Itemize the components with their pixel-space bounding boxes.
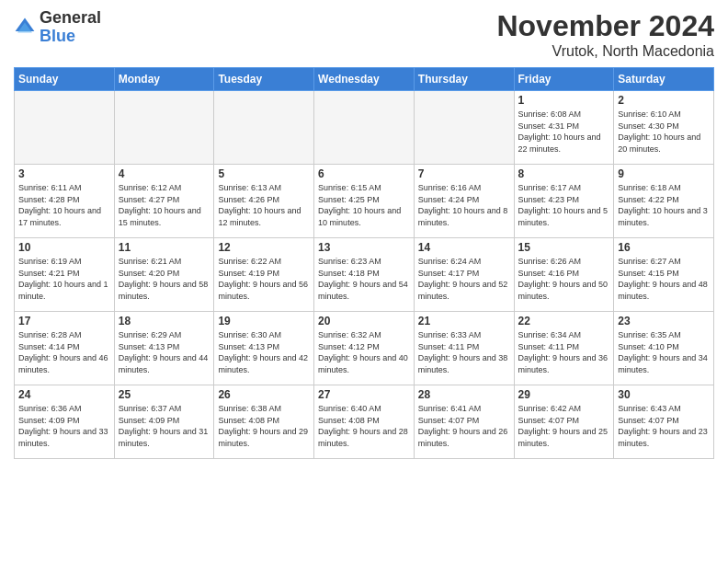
day-number: 1 — [518, 94, 610, 107]
day-number: 25 — [119, 388, 210, 401]
calendar-cell: 28Sunrise: 6:41 AM Sunset: 4:07 PM Dayli… — [414, 385, 514, 459]
calendar-week-3: 17Sunrise: 6:28 AM Sunset: 4:14 PM Dayli… — [15, 312, 714, 385]
day-number: 16 — [618, 241, 710, 254]
calendar-cell — [314, 91, 415, 165]
calendar-week-1: 3Sunrise: 6:11 AM Sunset: 4:28 PM Daylig… — [15, 165, 714, 238]
calendar-cell: 8Sunrise: 6:17 AM Sunset: 4:23 PM Daylig… — [514, 165, 614, 238]
calendar-cell: 21Sunrise: 6:33 AM Sunset: 4:11 PM Dayli… — [414, 312, 514, 385]
day-info: Sunrise: 6:40 AM Sunset: 4:08 PM Dayligh… — [318, 403, 410, 449]
day-number: 23 — [618, 315, 710, 327]
logo-blue: Blue — [40, 28, 101, 46]
day-info: Sunrise: 6:35 AM Sunset: 4:10 PM Dayligh… — [618, 329, 710, 375]
day-number: 2 — [618, 94, 710, 107]
calendar-cell — [214, 91, 314, 165]
day-info: Sunrise: 6:42 AM Sunset: 4:07 PM Dayligh… — [518, 403, 610, 449]
day-info: Sunrise: 6:37 AM Sunset: 4:09 PM Dayligh… — [119, 403, 210, 449]
day-number: 10 — [18, 241, 110, 254]
day-number: 18 — [119, 315, 210, 327]
calendar-cell: 29Sunrise: 6:42 AM Sunset: 4:07 PM Dayli… — [514, 385, 614, 459]
day-info: Sunrise: 6:22 AM Sunset: 4:19 PM Dayligh… — [218, 256, 310, 302]
calendar-cell: 1Sunrise: 6:08 AM Sunset: 4:31 PM Daylig… — [514, 91, 614, 165]
day-number: 4 — [119, 167, 210, 180]
calendar-cell: 16Sunrise: 6:27 AM Sunset: 4:15 PM Dayli… — [614, 238, 714, 312]
day-info: Sunrise: 6:08 AM Sunset: 4:31 PM Dayligh… — [518, 109, 610, 155]
day-info: Sunrise: 6:32 AM Sunset: 4:12 PM Dayligh… — [318, 329, 410, 375]
day-number: 14 — [418, 241, 510, 254]
calendar-cell: 18Sunrise: 6:29 AM Sunset: 4:13 PM Dayli… — [114, 312, 214, 385]
day-info: Sunrise: 6:27 AM Sunset: 4:15 PM Dayligh… — [618, 256, 710, 302]
day-info: Sunrise: 6:23 AM Sunset: 4:18 PM Dayligh… — [318, 256, 410, 302]
calendar-cell: 14Sunrise: 6:24 AM Sunset: 4:17 PM Dayli… — [414, 238, 514, 312]
col-friday: Friday — [514, 68, 614, 91]
day-number: 8 — [518, 167, 610, 180]
day-number: 12 — [218, 241, 310, 254]
day-number: 3 — [18, 167, 110, 180]
day-number: 19 — [218, 315, 310, 327]
day-number: 28 — [418, 388, 510, 401]
calendar-cell: 30Sunrise: 6:43 AM Sunset: 4:07 PM Dayli… — [614, 385, 714, 459]
calendar-cell: 10Sunrise: 6:19 AM Sunset: 4:21 PM Dayli… — [15, 238, 115, 312]
day-info: Sunrise: 6:41 AM Sunset: 4:07 PM Dayligh… — [418, 403, 510, 449]
day-info: Sunrise: 6:17 AM Sunset: 4:23 PM Dayligh… — [518, 182, 610, 228]
month-title: November 2024 — [496, 9, 714, 43]
day-info: Sunrise: 6:21 AM Sunset: 4:20 PM Dayligh… — [119, 256, 210, 302]
calendar-cell: 2Sunrise: 6:10 AM Sunset: 4:30 PM Daylig… — [614, 91, 714, 165]
day-number: 21 — [418, 315, 510, 327]
day-info: Sunrise: 6:43 AM Sunset: 4:07 PM Dayligh… — [618, 403, 710, 449]
calendar-cell: 5Sunrise: 6:13 AM Sunset: 4:26 PM Daylig… — [214, 165, 314, 238]
day-info: Sunrise: 6:24 AM Sunset: 4:17 PM Dayligh… — [418, 256, 510, 302]
calendar-cell: 4Sunrise: 6:12 AM Sunset: 4:27 PM Daylig… — [114, 165, 214, 238]
calendar-week-0: 1Sunrise: 6:08 AM Sunset: 4:31 PM Daylig… — [15, 91, 714, 165]
day-number: 13 — [318, 241, 410, 254]
calendar-cell: 23Sunrise: 6:35 AM Sunset: 4:10 PM Dayli… — [614, 312, 714, 385]
day-number: 22 — [518, 315, 610, 327]
day-number: 20 — [318, 315, 410, 327]
day-info: Sunrise: 6:15 AM Sunset: 4:25 PM Dayligh… — [318, 182, 410, 228]
col-wednesday: Wednesday — [314, 68, 415, 91]
day-info: Sunrise: 6:28 AM Sunset: 4:14 PM Dayligh… — [18, 329, 110, 375]
calendar-cell: 26Sunrise: 6:38 AM Sunset: 4:08 PM Dayli… — [214, 385, 314, 459]
calendar-cell: 20Sunrise: 6:32 AM Sunset: 4:12 PM Dayli… — [314, 312, 415, 385]
calendar-cell: 27Sunrise: 6:40 AM Sunset: 4:08 PM Dayli… — [314, 385, 415, 459]
logo-general: General — [40, 9, 101, 28]
title-area: November 2024 Vrutok, North Macedonia — [496, 9, 714, 60]
col-thursday: Thursday — [414, 68, 514, 91]
calendar-cell: 19Sunrise: 6:30 AM Sunset: 4:13 PM Dayli… — [214, 312, 314, 385]
day-info: Sunrise: 6:13 AM Sunset: 4:26 PM Dayligh… — [218, 182, 310, 228]
day-info: Sunrise: 6:33 AM Sunset: 4:11 PM Dayligh… — [418, 329, 510, 375]
day-number: 5 — [218, 167, 310, 180]
header: General Blue November 2024 Vrutok, North… — [14, 9, 714, 60]
calendar-cell: 9Sunrise: 6:18 AM Sunset: 4:22 PM Daylig… — [614, 165, 714, 238]
calendar-cell — [414, 91, 514, 165]
logo: General Blue — [14, 9, 101, 46]
calendar-cell: 13Sunrise: 6:23 AM Sunset: 4:18 PM Dayli… — [314, 238, 415, 312]
day-info: Sunrise: 6:16 AM Sunset: 4:24 PM Dayligh… — [418, 182, 510, 228]
col-saturday: Saturday — [614, 68, 714, 91]
calendar-cell: 12Sunrise: 6:22 AM Sunset: 4:19 PM Dayli… — [214, 238, 314, 312]
calendar-cell: 7Sunrise: 6:16 AM Sunset: 4:24 PM Daylig… — [414, 165, 514, 238]
day-number: 30 — [618, 388, 710, 401]
calendar: Sunday Monday Tuesday Wednesday Thursday… — [14, 67, 714, 459]
day-number: 11 — [119, 241, 210, 254]
col-sunday: Sunday — [15, 68, 115, 91]
calendar-cell — [15, 91, 115, 165]
day-info: Sunrise: 6:12 AM Sunset: 4:27 PM Dayligh… — [119, 182, 210, 228]
calendar-cell: 24Sunrise: 6:36 AM Sunset: 4:09 PM Dayli… — [15, 385, 115, 459]
day-info: Sunrise: 6:30 AM Sunset: 4:13 PM Dayligh… — [218, 329, 310, 375]
day-number: 17 — [18, 315, 110, 327]
subtitle: Vrutok, North Macedonia — [496, 43, 714, 60]
day-info: Sunrise: 6:18 AM Sunset: 4:22 PM Dayligh… — [618, 182, 710, 228]
header-row: Sunday Monday Tuesday Wednesday Thursday… — [15, 68, 714, 91]
calendar-cell: 3Sunrise: 6:11 AM Sunset: 4:28 PM Daylig… — [15, 165, 115, 238]
day-info: Sunrise: 6:10 AM Sunset: 4:30 PM Dayligh… — [618, 109, 710, 155]
calendar-cell: 17Sunrise: 6:28 AM Sunset: 4:14 PM Dayli… — [15, 312, 115, 385]
day-number: 6 — [318, 167, 410, 180]
day-info: Sunrise: 6:19 AM Sunset: 4:21 PM Dayligh… — [18, 256, 110, 302]
logo-icon — [14, 17, 36, 39]
calendar-cell — [114, 91, 214, 165]
day-number: 15 — [518, 241, 610, 254]
calendar-week-4: 24Sunrise: 6:36 AM Sunset: 4:09 PM Dayli… — [15, 385, 714, 459]
col-monday: Monday — [114, 68, 214, 91]
day-number: 9 — [618, 167, 710, 180]
page: General Blue November 2024 Vrutok, North… — [0, 0, 728, 563]
